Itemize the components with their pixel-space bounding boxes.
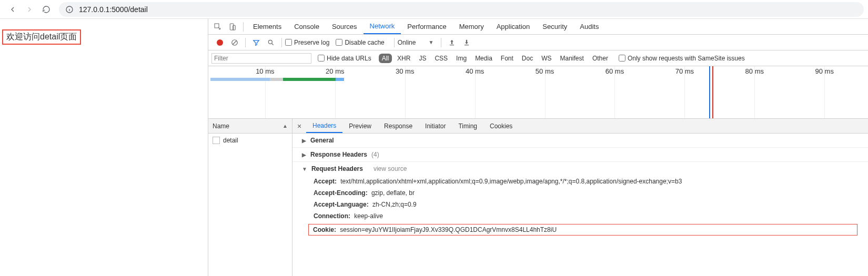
detail-tabs: × Headers Preview Response Initiator Tim… [292, 119, 868, 134]
detail-tab-headers[interactable]: Headers [306, 119, 342, 133]
tab-performance[interactable]: Performance [401, 19, 452, 34]
timeline-bar [270, 78, 283, 81]
detail-tab-preview[interactable]: Preview [342, 119, 378, 133]
reload-button[interactable] [38, 2, 55, 17]
tab-network[interactable]: Network [364, 19, 401, 34]
detail-tab-cookies[interactable]: Cookies [483, 119, 519, 133]
preserve-log-checkbox[interactable]: Preserve log [285, 39, 329, 46]
view-source-link[interactable]: view source [374, 165, 407, 172]
type-xhr[interactable]: XHR [394, 54, 413, 63]
type-all[interactable]: All [379, 54, 392, 63]
header-row: Accept-Language: zh-CN,zh;q=0.9 [292, 199, 868, 210]
disable-cache-checkbox[interactable]: Disable cache [336, 39, 384, 46]
timeline-bar [336, 78, 344, 81]
header-row: Connection: keep-alive [292, 210, 868, 222]
filter-toggle-icon[interactable] [249, 35, 264, 50]
svg-line-9 [272, 43, 274, 45]
record-button[interactable] [213, 35, 227, 50]
search-icon[interactable] [264, 35, 278, 50]
tab-console[interactable]: Console [288, 19, 326, 34]
svg-rect-11 [465, 45, 469, 45]
timeline-load-marker [712, 66, 713, 118]
svg-point-8 [268, 40, 272, 44]
detail-tab-initiator[interactable]: Initiator [419, 119, 452, 133]
header-row-cookie: Cookie: session=eyJuYW1lIjoiamFjayJ9.Xv3… [308, 224, 857, 236]
type-ws[interactable]: WS [538, 54, 554, 63]
welcome-text: 欢迎访问detail页面 [2, 29, 81, 45]
url-text: 127.0.0.1:5000/detail [79, 5, 148, 14]
network-toolbar: Preserve log Disable cache Online ▼ [208, 35, 868, 50]
tab-memory[interactable]: Memory [453, 19, 490, 34]
header-row: Accept: text/html,application/xhtml+xml,… [292, 176, 868, 187]
samesite-checkbox[interactable]: Only show requests with SameSite issues [619, 55, 745, 62]
upload-har-icon[interactable] [445, 35, 459, 50]
timeline-dcl-marker [709, 66, 710, 118]
detail-tab-timing[interactable]: Timing [452, 119, 483, 133]
request-headers-section[interactable]: ▼ Request Headers view source [292, 162, 868, 176]
expand-triangle-icon: ▼ [302, 166, 307, 172]
filter-row: Hide data URLs All XHR JS CSS Img Media … [208, 50, 868, 66]
svg-rect-10 [450, 45, 454, 45]
request-list: Name ▲ detail [208, 119, 292, 276]
request-detail-panel: × Headers Preview Response Initiator Tim… [292, 119, 868, 276]
type-css[interactable]: CSS [431, 54, 451, 63]
browser-toolbar: 127.0.0.1:5000/detail [0, 0, 868, 19]
file-icon [213, 137, 220, 144]
clear-button[interactable] [227, 35, 242, 50]
url-bar[interactable]: 127.0.0.1:5000/detail [59, 2, 864, 17]
request-list-header[interactable]: Name ▲ [208, 119, 292, 134]
site-info-icon[interactable] [65, 5, 74, 14]
inspect-icon[interactable] [210, 19, 225, 34]
request-item[interactable]: detail [208, 134, 292, 147]
page-content: 欢迎访问detail页面 [0, 19, 208, 276]
type-manifest[interactable]: Manifest [557, 54, 587, 63]
type-img[interactable]: Img [453, 54, 470, 63]
type-other[interactable]: Other [589, 54, 611, 63]
svg-rect-5 [233, 25, 236, 30]
header-row: Accept-Encoding: gzip, deflate, br [292, 187, 868, 199]
svg-line-7 [233, 40, 237, 44]
tab-elements[interactable]: Elements [247, 19, 288, 34]
type-js[interactable]: JS [416, 54, 429, 63]
device-toggle-icon[interactable] [225, 19, 240, 34]
timeline-bar [283, 78, 336, 81]
filter-input[interactable] [211, 53, 311, 64]
download-har-icon[interactable] [459, 35, 474, 50]
tab-application[interactable]: Application [490, 19, 537, 34]
close-detail-button[interactable]: × [292, 122, 306, 130]
tab-sources[interactable]: Sources [326, 19, 364, 34]
devtools-tabs: Elements Console Sources Network Perform… [208, 19, 868, 35]
throttle-select[interactable]: Online ▼ [398, 39, 434, 46]
hide-data-urls-checkbox[interactable]: Hide data URLs [318, 55, 371, 62]
timeline-bar [210, 78, 270, 81]
detail-tab-response[interactable]: Response [378, 119, 419, 133]
back-button[interactable] [4, 2, 21, 17]
collapse-triangle-icon: ▶ [302, 152, 306, 158]
response-headers-section[interactable]: ▶ Response Headers (4) [292, 148, 868, 162]
network-timeline[interactable]: 10 ms 20 ms 30 ms 40 ms 50 ms 60 ms 70 m… [208, 66, 868, 119]
general-section[interactable]: ▶ General [292, 134, 868, 148]
forward-button[interactable] [21, 2, 38, 17]
tab-security[interactable]: Security [536, 19, 573, 34]
headers-body: ▶ General ▶ Response Headers (4) ▼ Reque… [292, 134, 868, 276]
devtools-panel: Elements Console Sources Network Perform… [208, 19, 868, 276]
collapse-triangle-icon: ▶ [302, 138, 306, 144]
tab-audits[interactable]: Audits [573, 19, 605, 34]
type-doc[interactable]: Doc [519, 54, 536, 63]
type-font[interactable]: Font [498, 54, 517, 63]
type-media[interactable]: Media [472, 54, 496, 63]
